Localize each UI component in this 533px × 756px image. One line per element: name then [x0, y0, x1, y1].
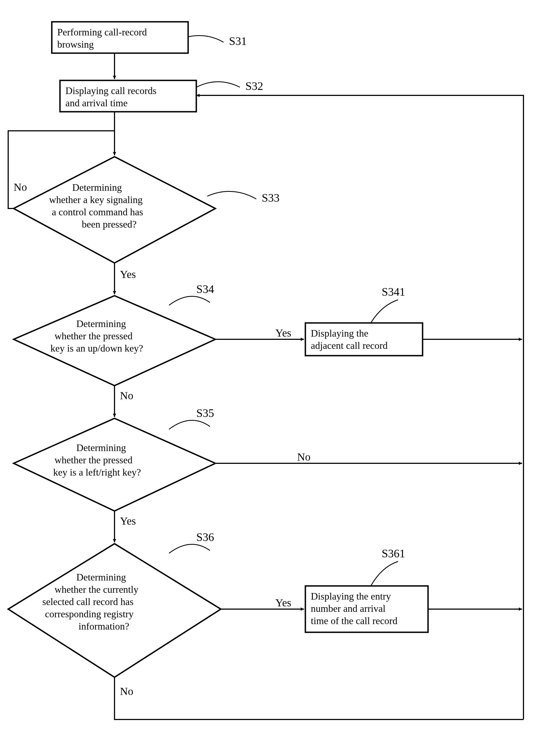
label-s31: S31 — [229, 35, 247, 47]
node-s36-line5: information? — [78, 621, 129, 632]
node-s32-line2: and arrival time — [66, 97, 127, 108]
s36-yes: Yes — [275, 597, 291, 609]
leader-s35 — [169, 420, 210, 429]
node-s33-line3: a control command has — [52, 206, 143, 217]
label-s341: S341 — [382, 285, 405, 298]
leader-s341 — [371, 300, 398, 323]
label-s36: S36 — [196, 531, 214, 543]
node-s361-line1: Displaying the entry — [311, 591, 391, 602]
node-s36-line1: Determining — [76, 572, 126, 583]
node-s36-line2: whether the currently — [55, 584, 138, 595]
node-s34-line2: whether the pressed — [55, 331, 132, 341]
node-s35-line3: key is a left/right key? — [53, 467, 141, 478]
flowchart-diagram: Performing call-record browsing S31 Disp… — [6, 6, 533, 756]
node-s31-line1: Performing call-record — [57, 27, 147, 38]
node-s33-line1: Determining — [72, 182, 122, 193]
node-s341-line2: adjacent call record — [311, 340, 388, 351]
node-s33-line4: been pressed? — [82, 219, 137, 230]
leader-s36 — [169, 544, 210, 553]
label-s33: S33 — [262, 192, 279, 204]
node-s36-line3: selected call record has — [42, 596, 134, 607]
line-s36-no — [115, 677, 523, 719]
node-s36-line4: corresponding registry — [45, 608, 134, 619]
s35-yes: Yes — [120, 515, 136, 527]
s33-no: No — [14, 181, 27, 193]
node-s34-line1: Determining — [76, 318, 126, 329]
node-s34-line3: key is an up/down key? — [50, 343, 143, 354]
leader-s361 — [371, 561, 398, 586]
node-s35-line1: Determining — [76, 442, 126, 453]
leader-s33 — [207, 191, 256, 199]
node-s33-line2: whether a key signaling — [49, 194, 143, 205]
label-s32: S32 — [245, 80, 263, 93]
leader-s31 — [188, 36, 224, 42]
s34-no: No — [120, 390, 133, 402]
label-s35: S35 — [196, 407, 214, 419]
s36-no: No — [120, 685, 133, 697]
node-s32-line1: Displaying call records — [66, 85, 156, 96]
label-s361: S361 — [382, 547, 405, 560]
node-s361-line3: time of the call record — [311, 615, 398, 626]
s34-yes: Yes — [275, 327, 291, 339]
node-s31-line2: browsing — [57, 39, 94, 50]
s33-yes: Yes — [120, 268, 136, 281]
s35-no: No — [297, 451, 311, 463]
label-s34: S34 — [196, 283, 214, 295]
node-s35-line2: whether the pressed — [55, 455, 132, 466]
leader-s32 — [196, 82, 240, 87]
leader-s34 — [169, 296, 210, 305]
node-s361-line2: number and arrival — [311, 603, 385, 614]
node-s341-line1: Displaying the — [311, 328, 368, 339]
